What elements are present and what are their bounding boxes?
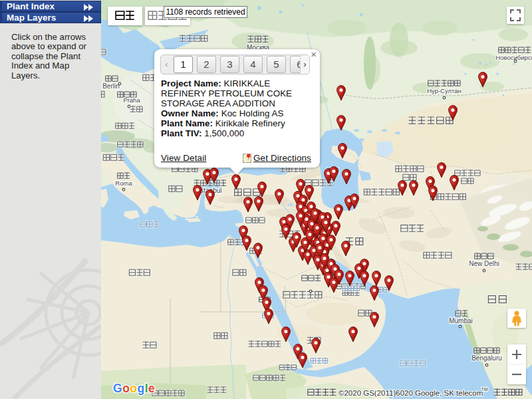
svg-text:Нур-Султан: Нур-Султан <box>427 87 462 94</box>
svg-text:Berlin: Berlin <box>102 82 120 90</box>
svg-text:Roma: Roma <box>115 180 132 187</box>
svg-text:©2020 GS(2011)6020 Google, SK: ©2020 GS(2011)6020 Google, SK telecom <box>338 389 483 397</box>
svg-text:Новосибирск: Новосибирск <box>495 54 532 61</box>
svg-text:Mumbai: Mumbai <box>449 317 473 325</box>
svg-text:TM: TM <box>481 387 487 392</box>
svg-text:Praha: Praha <box>123 96 140 104</box>
svg-text:Bengaluru: Bengaluru <box>471 354 502 362</box>
svg-text:Google: Google <box>113 382 155 395</box>
svg-text:New Delhi: New Delhi <box>469 260 499 267</box>
